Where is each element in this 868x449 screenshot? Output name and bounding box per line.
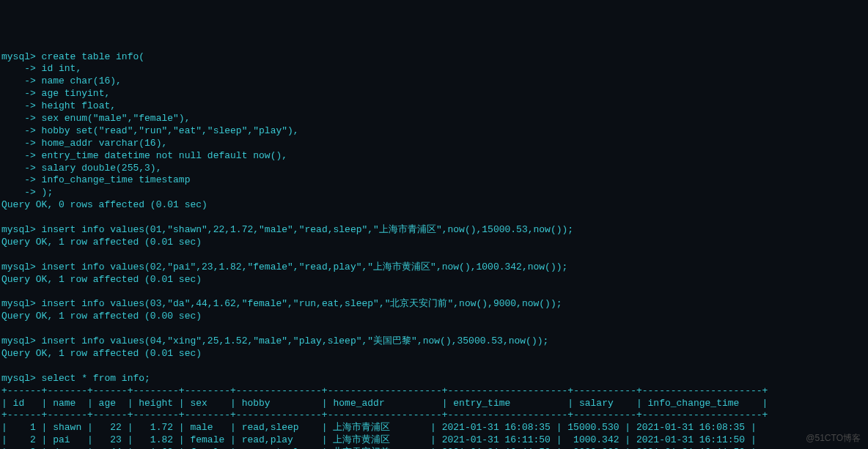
insert-0-result: Query OK, 1 row affected (0.01 sec) bbox=[1, 237, 202, 248]
select-cmd: mysql> select * from info; bbox=[1, 373, 150, 384]
create-result: Query OK, 0 rows affected (0.01 sec) bbox=[1, 199, 207, 210]
create-line-1: -> id int, bbox=[1, 63, 81, 74]
table-sep-mid: +------+-------+------+--------+--------… bbox=[1, 409, 768, 420]
insert-0-cmd: mysql> insert info values(01,"shawn",22,… bbox=[1, 224, 573, 235]
create-line-2: -> name char(16), bbox=[1, 75, 122, 86]
create-line-3: -> age tinyint, bbox=[1, 88, 110, 99]
table-sep-top: +------+-------+------+--------+--------… bbox=[1, 385, 768, 396]
insert-2-cmd: mysql> insert info values(03,"da",44,1.6… bbox=[1, 298, 562, 309]
insert-2-result: Query OK, 1 row affected (0.00 sec) bbox=[1, 311, 202, 322]
insert-3-result: Query OK, 1 row affected (0.01 sec) bbox=[1, 348, 202, 359]
create-line-11: -> ); bbox=[1, 187, 53, 198]
create-line-7: -> home_addr varchar(16), bbox=[1, 138, 167, 149]
create-line-6: -> hobby set("read","run","eat","sleep",… bbox=[1, 125, 299, 136]
table-row: | 2 | pai | 23 | 1.82 | female | read,pl… bbox=[1, 434, 757, 445]
insert-1-cmd: mysql> insert info values(02,"pai",23,1.… bbox=[1, 261, 567, 272]
create-line-10: -> info_change_time timestamp bbox=[1, 174, 190, 185]
create-line-5: -> sex enum("male","female"), bbox=[1, 113, 190, 124]
insert-3-cmd: mysql> insert info values(04,"xing",25,1… bbox=[1, 335, 548, 346]
watermark: @51CTO博客 bbox=[806, 433, 861, 445]
insert-1-result: Query OK, 1 row affected (0.01 sec) bbox=[1, 274, 202, 285]
create-line-4: -> height float, bbox=[1, 100, 116, 111]
create-line-0: mysql> create table info( bbox=[1, 51, 144, 62]
table-row: | 1 | shawn | 22 | 1.72 | male | read,sl… bbox=[1, 422, 757, 433]
create-line-8: -> entry_time datetime not null default … bbox=[1, 150, 287, 161]
create-line-9: -> salary double(255,3), bbox=[1, 163, 161, 174]
table-header: | id | name | age | height | sex | hobby… bbox=[1, 398, 768, 409]
terminal-output[interactable]: mysql> create table info( -> id int, -> … bbox=[1, 51, 868, 449]
